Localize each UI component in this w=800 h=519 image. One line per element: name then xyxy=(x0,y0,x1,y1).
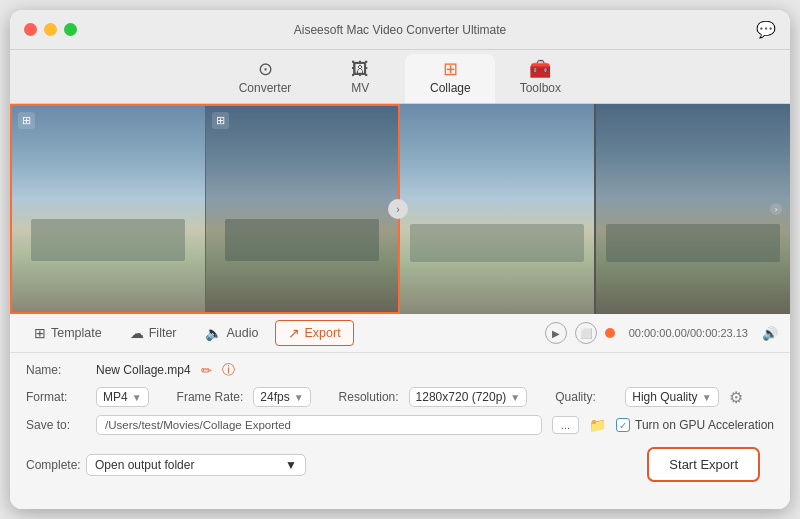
grid-icon-1: ⊞ xyxy=(18,112,35,129)
gpu-checkbox[interactable]: ✓ xyxy=(616,418,630,432)
video-thumbnail-1 xyxy=(12,106,205,312)
editor-tab-bar: ⊞ Template ☁ Filter 🔈 Audio ↗ Export xyxy=(10,314,790,353)
record-button[interactable] xyxy=(605,328,615,338)
app-window: Aiseesoft Mac Video Converter Ultimate 💬… xyxy=(10,10,790,509)
gpu-checkbox-container: ✓ Turn on GPU Acceleration xyxy=(616,418,774,432)
complete-label: Complete: xyxy=(26,458,86,472)
tab-template[interactable]: ⊞ Template xyxy=(22,321,114,345)
folder-icon[interactable]: 📁 xyxy=(589,417,606,433)
export-form: Name: New Collage.mp4 ✏ ⓘ Format: MP4 ▼ … xyxy=(10,353,790,494)
video-panel-3[interactable] xyxy=(400,104,594,314)
quality-dropdown-arrow: ▼ xyxy=(702,392,712,403)
tab-filter[interactable]: ☁ Filter xyxy=(118,321,189,345)
window-title: Aiseesoft Mac Video Converter Ultimate xyxy=(294,23,507,37)
gear-icon[interactable]: ⚙ xyxy=(729,388,743,407)
bottom-area: ⊞ Template ☁ Filter 🔈 Audio ↗ Export xyxy=(10,314,790,509)
toolbox-icon: 🧰 xyxy=(529,60,551,78)
complete-row: Complete: Open output folder ▼ Start Exp… xyxy=(26,443,774,486)
complete-value: Open output folder xyxy=(95,458,194,472)
resolution-select[interactable]: 1280x720 (720p) ▼ xyxy=(409,387,528,407)
frame-rate-dropdown-arrow: ▼ xyxy=(294,392,304,403)
tab-mv[interactable]: 🖼 MV xyxy=(315,54,405,103)
video-panel-4[interactable]: › xyxy=(596,104,790,314)
save-to-label: Save to: xyxy=(26,418,86,432)
start-export-button[interactable]: Start Export xyxy=(647,447,760,482)
mv-icon: 🖼 xyxy=(351,60,369,78)
resolution-label: Resolution: xyxy=(339,390,399,404)
main-content: ⊞ ⊞ › xyxy=(10,104,790,509)
gpu-label: Turn on GPU Acceleration xyxy=(635,418,774,432)
format-select[interactable]: MP4 ▼ xyxy=(96,387,149,407)
info-icon[interactable]: ⓘ xyxy=(222,361,235,379)
close-button[interactable] xyxy=(24,23,37,36)
resolution-dropdown-arrow: ▼ xyxy=(510,392,520,403)
tab-toolbox-label: Toolbox xyxy=(520,81,561,95)
complete-dropdown-arrow: ▼ xyxy=(285,458,297,472)
quality-select[interactable]: High Quality ▼ xyxy=(625,387,718,407)
format-value: MP4 xyxy=(103,390,128,404)
video-area: ⊞ ⊞ › xyxy=(10,104,790,314)
converter-icon: ⊙ xyxy=(258,60,273,78)
tab-filter-label: Filter xyxy=(149,326,177,340)
chat-icon[interactable]: 💬 xyxy=(756,20,776,39)
name-label: Name: xyxy=(26,363,86,377)
frame-rate-select[interactable]: 24fps ▼ xyxy=(253,387,310,407)
tab-export-label: Export xyxy=(305,326,341,340)
audio-icon: 🔈 xyxy=(205,325,222,341)
filter-icon: ☁ xyxy=(130,325,144,341)
tab-converter-label: Converter xyxy=(239,81,292,95)
template-icon: ⊞ xyxy=(34,325,46,341)
tab-collage[interactable]: ⊞ Collage xyxy=(405,54,495,103)
stop-button[interactable]: ⬜ xyxy=(575,322,597,344)
collage-icon: ⊞ xyxy=(443,60,458,78)
playback-controls: ▶ ⬜ 00:00:00.00/00:00:23.13 🔊 xyxy=(545,322,778,344)
tab-audio-label: Audio xyxy=(227,326,259,340)
minimize-button[interactable] xyxy=(44,23,57,36)
name-value: New Collage.mp4 xyxy=(96,363,191,377)
tab-audio[interactable]: 🔈 Audio xyxy=(193,321,271,345)
video-thumbnail-3 xyxy=(400,104,594,314)
tab-converter[interactable]: ⊙ Converter xyxy=(215,54,316,103)
format-row: Format: MP4 ▼ Frame Rate: 24fps ▼ Resolu… xyxy=(26,387,774,407)
play-button[interactable]: ▶ xyxy=(545,322,567,344)
browse-button[interactable]: ... xyxy=(552,416,579,434)
save-to-row: Save to: /Users/test/Movies/Collage Expo… xyxy=(26,415,774,435)
grid-icon-2: ⊞ xyxy=(212,112,229,129)
frame-rate-label: Frame Rate: xyxy=(177,390,244,404)
tab-collage-label: Collage xyxy=(430,81,471,95)
right-arrow-icon: › xyxy=(770,203,782,215)
nav-tabs: ⊙ Converter 🖼 MV ⊞ Collage 🧰 Toolbox xyxy=(10,50,790,104)
resolution-value: 1280x720 (720p) xyxy=(416,390,507,404)
tab-export[interactable]: ↗ Export xyxy=(275,320,354,346)
edit-icon[interactable]: ✏ xyxy=(201,363,212,378)
export-icon: ↗ xyxy=(288,325,300,341)
video-panel-2[interactable]: ⊞ xyxy=(205,106,399,312)
save-path-value: /Users/test/Movies/Collage Exported xyxy=(105,419,291,431)
video-right-panels: › xyxy=(400,104,790,314)
maximize-button[interactable] xyxy=(64,23,77,36)
tab-template-label: Template xyxy=(51,326,102,340)
window-controls xyxy=(24,23,77,36)
time-display: 00:00:00.00/00:00:23.13 xyxy=(629,327,748,339)
format-label: Format: xyxy=(26,390,86,404)
name-row: Name: New Collage.mp4 ✏ ⓘ xyxy=(26,361,774,379)
volume-icon[interactable]: 🔊 xyxy=(762,326,778,341)
quality-label: Quality: xyxy=(555,390,615,404)
title-bar: Aiseesoft Mac Video Converter Ultimate 💬 xyxy=(10,10,790,50)
frame-rate-value: 24fps xyxy=(260,390,289,404)
tab-toolbox[interactable]: 🧰 Toolbox xyxy=(495,54,585,103)
quality-value: High Quality xyxy=(632,390,697,404)
panel-divider-arrow: › xyxy=(388,199,408,219)
video-panel-1[interactable]: ⊞ xyxy=(12,106,205,312)
video-thumbnail-4 xyxy=(596,104,790,314)
tab-mv-label: MV xyxy=(351,81,369,95)
video-thumbnail-2 xyxy=(206,106,399,312)
save-path-field[interactable]: /Users/test/Movies/Collage Exported xyxy=(96,415,542,435)
complete-select[interactable]: Open output folder ▼ xyxy=(86,454,306,476)
format-dropdown-arrow: ▼ xyxy=(132,392,142,403)
video-left-panels: ⊞ ⊞ › xyxy=(10,104,400,314)
